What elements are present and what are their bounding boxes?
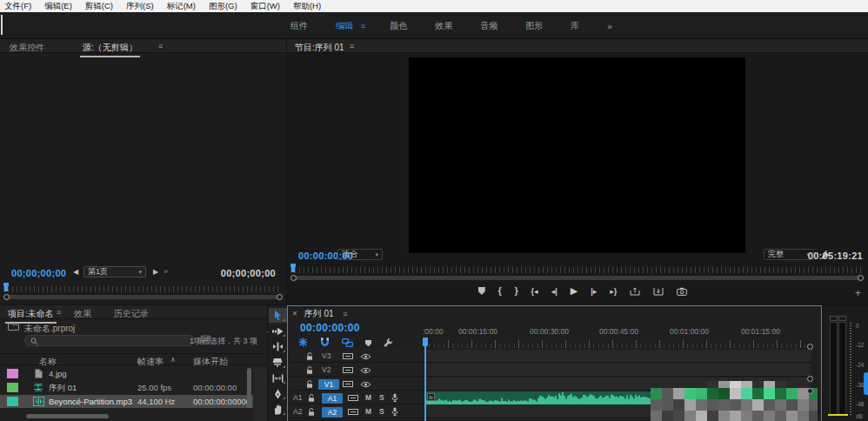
project-horizontal-scrollbar[interactable] — [26, 414, 109, 418]
menu-window[interactable]: 窗口(W) — [250, 1, 280, 12]
workspace-tab-assembly[interactable]: 组件 — [287, 18, 311, 34]
menu-edit[interactable]: 编辑(E) — [44, 1, 72, 12]
tab-effect-controls[interactable]: 效果控件 — [7, 40, 47, 56]
tab-effects-panel[interactable]: 效果 — [71, 306, 94, 322]
program-ruler[interactable] — [290, 267, 863, 273]
mute-button[interactable]: M — [365, 407, 371, 416]
program-add-button[interactable]: + — [855, 288, 861, 298]
tab-project[interactable]: 项目:未命名 — [5, 306, 57, 324]
extract-button[interactable] — [653, 287, 664, 296]
lock-icon[interactable] — [308, 394, 315, 404]
menu-markers[interactable]: 标记(M) — [167, 1, 196, 12]
workspace-tab-color[interactable]: 颜色 — [386, 18, 411, 34]
track-header-v1[interactable]: V1 — [289, 378, 424, 391]
nest-sequence-toggle-icon[interactable] — [298, 337, 308, 349]
project-row-image[interactable]: 4.jpg — [0, 367, 253, 380]
close-icon[interactable]: × — [292, 309, 297, 318]
label-chip[interactable] — [7, 397, 18, 406]
sync-lock-icon[interactable] — [348, 394, 358, 404]
menu-clip[interactable]: 剪辑(C) — [85, 1, 113, 12]
sort-ascending-icon[interactable]: ∧ — [170, 356, 176, 364]
sync-lock-icon[interactable] — [343, 366, 353, 376]
bin-name[interactable]: 未命名.prproj — [24, 323, 75, 335]
mark-out-button[interactable]: } — [515, 286, 518, 296]
voiceover-mic-icon[interactable] — [391, 393, 398, 404]
lock-icon[interactable] — [308, 408, 315, 418]
track-target-a1[interactable]: A1 — [322, 393, 343, 404]
timeline-vscroll-handle-bottom[interactable] — [807, 388, 813, 394]
play-button[interactable]: ▶ — [571, 285, 578, 297]
track-target-a2[interactable]: A2 — [322, 407, 343, 418]
search-input[interactable] — [24, 335, 195, 346]
track-output-eye-icon[interactable] — [360, 352, 371, 362]
menu-sequence[interactable]: 序列(S) — [126, 1, 154, 12]
track-header-v3[interactable]: V3 — [289, 350, 424, 363]
mark-in-button[interactable]: { — [498, 286, 502, 296]
playback-resolution-dropdown[interactable]: 完整 ▾ — [764, 249, 814, 260]
timeline-vscroll-handle-top[interactable] — [807, 376, 813, 382]
page-selector-dropdown[interactable]: 第1页 ▾ — [83, 266, 146, 277]
track-output-eye-icon[interactable] — [360, 380, 371, 390]
razor-tool[interactable] — [269, 355, 287, 370]
timeline-ruler[interactable]: :00:00 00:00:15:00 00:00:30:00 00:00:45:… — [424, 327, 811, 350]
source-zoom-scrollbar[interactable] — [3, 294, 283, 301]
zoom-level-dropdown[interactable]: 适合 ▾ — [337, 249, 383, 260]
add-marker-button[interactable] — [478, 287, 485, 295]
linked-selection-icon[interactable] — [342, 338, 353, 349]
ripple-edit-tool[interactable] — [269, 339, 287, 354]
workspace-tab-graphics[interactable]: 图形 — [522, 18, 546, 34]
column-media-start[interactable]: 媒体开始 — [193, 356, 228, 368]
page-prev-icon[interactable]: ◀ — [73, 269, 78, 276]
track-header-v2[interactable]: V2 — [289, 364, 424, 377]
voiceover-mic-icon[interactable] — [391, 407, 398, 418]
track-output-eye-icon[interactable] — [360, 366, 371, 376]
track-lane-v2[interactable] — [424, 364, 811, 377]
step-forward-button[interactable]: |▸ — [591, 287, 597, 296]
column-name[interactable]: 名称 — [39, 356, 57, 368]
sync-lock-icon[interactable] — [348, 408, 358, 418]
timeline-tab[interactable]: × 序列 01 ≡ — [292, 308, 348, 320]
solo-button[interactable]: S — [379, 407, 384, 416]
track-target-v1[interactable]: V1 — [318, 379, 339, 390]
tab-program-monitor[interactable]: 节目:序列 01 — [292, 40, 347, 56]
menu-graphics[interactable]: 图形(G) — [209, 1, 237, 12]
pen-tool[interactable] — [269, 386, 287, 401]
lock-icon[interactable] — [306, 380, 313, 391]
workspace-tab-editing[interactable]: 编辑 — [332, 18, 357, 34]
export-frame-button[interactable] — [677, 287, 687, 296]
workspace-tab-libraries[interactable]: 库 — [567, 18, 583, 34]
project-row-audio-selected[interactable]: Beyoncé-Partition.mp3 44,100 Hz 00:00:00… — [0, 395, 253, 408]
timeline-settings-wrench-icon[interactable] — [384, 337, 393, 349]
source-ruler[interactable] — [3, 286, 282, 292]
mute-button[interactable]: M — [365, 393, 371, 402]
snap-magnet-icon[interactable] — [320, 337, 330, 349]
menu-file[interactable]: 文件(F) — [4, 1, 31, 12]
hand-tool[interactable] — [269, 402, 287, 417]
track-header-a1[interactable]: A1 A1 M S — [289, 391, 424, 404]
workspace-menu-icon[interactable]: ≡ — [361, 22, 365, 30]
sync-lock-icon[interactable] — [343, 352, 353, 362]
track-lane-v3[interactable] — [424, 350, 811, 363]
step-back-button[interactable]: ◂| — [551, 287, 558, 296]
track-select-forward-tool[interactable] — [269, 324, 287, 338]
go-to-in-button[interactable]: {◂ — [531, 287, 538, 296]
tab-source-monitor[interactable]: 源:（无剪辑） — [80, 40, 140, 57]
selection-tool[interactable] — [269, 308, 287, 323]
lock-icon[interactable] — [306, 352, 313, 363]
slip-tool[interactable] — [269, 371, 287, 385]
source-panel-menu-icon[interactable]: ≡ — [158, 42, 163, 50]
sync-lock-icon[interactable] — [343, 380, 353, 390]
column-frame-rate[interactable]: 帧速率 — [137, 356, 164, 368]
timeline-hscroll-handle[interactable] — [807, 344, 813, 350]
go-to-out-button[interactable]: ▸} — [610, 287, 617, 296]
program-zoom-scrollbar[interactable] — [290, 275, 864, 282]
page-next-icon[interactable]: ▶ — [153, 269, 158, 276]
solo-button[interactable]: S — [379, 393, 384, 402]
workspace-tab-effects[interactable]: 效果 — [431, 18, 456, 34]
timeline-timecode[interactable]: 00:00:00:00 — [300, 322, 360, 334]
menu-help[interactable]: 帮助(H) — [293, 1, 321, 12]
workspace-tab-audio[interactable]: 音频 — [477, 18, 501, 34]
page-jump-icon[interactable]: » — [164, 268, 168, 276]
workspace-overflow-icon[interactable]: » — [604, 20, 616, 33]
source-timecode-current[interactable]: 00;00;00;00 — [11, 268, 66, 278]
